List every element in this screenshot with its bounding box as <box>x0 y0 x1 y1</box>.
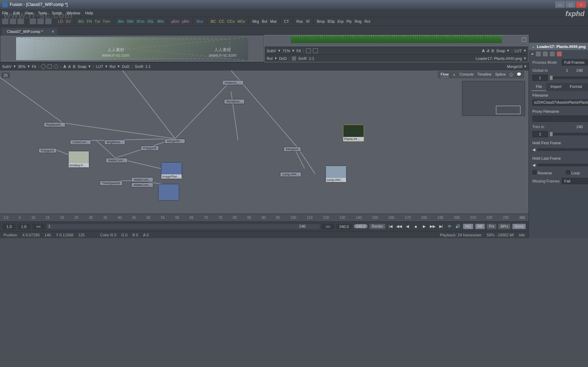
viewer-right[interactable]: SubV ▾ 71% ▾ Fit | AAB Snap ▾ | LUT ▾ <box>264 35 528 62</box>
time-ruler[interactable]: 1.0 5 10 15 20 25 30 35 40 45 50 55 60 6… <box>0 214 528 221</box>
node-colorcorr[interactable]: ColorCorr... <box>70 140 91 145</box>
flow-navigator[interactable] <box>462 81 525 116</box>
node-merge24[interactable]: Merge24 <box>284 147 301 152</box>
node-mattecont3[interactable]: MatteCont... <box>131 182 153 187</box>
lock-icon[interactable] <box>292 56 296 61</box>
vt-fit[interactable]: Fit <box>32 64 36 69</box>
render-button[interactable]: Render <box>370 224 385 229</box>
info-icon[interactable]: ⓘ <box>509 72 513 77</box>
play-icon[interactable]: ▶ <box>421 223 427 230</box>
tb-rng[interactable]: Rng <box>354 19 362 23</box>
node-comp1[interactable]: comp.###... <box>280 172 301 177</box>
node-imageplan[interactable]: ImagePlan... <box>161 162 182 179</box>
tab-flow[interactable]: Flow <box>441 72 449 77</box>
tab-timeline[interactable]: Timeline <box>477 72 491 77</box>
tb-icon-cut[interactable] <box>30 19 36 24</box>
tb-blur[interactable]: Blur <box>196 19 204 23</box>
audio-icon[interactable]: 🔊 <box>455 223 461 230</box>
tb-ccv[interactable]: CCv <box>226 19 235 23</box>
tb-icon-new[interactable] <box>2 19 8 24</box>
pin-icon[interactable]: ▸ <box>532 51 534 56</box>
tool-icon[interactable] <box>313 48 318 53</box>
maximize-button[interactable]: ▢ <box>566 1 575 8</box>
inspector-header[interactable]: ⌄ Loader17: Plants.####.png <box>529 43 588 50</box>
mb-button[interactable]: MB <box>475 224 485 229</box>
tb-ct[interactable]: CT <box>283 19 290 23</box>
stop-icon[interactable]: ■ <box>413 223 419 230</box>
node-polygon3[interactable]: Polygon3 <box>38 148 57 153</box>
vt-lut[interactable]: LUT <box>514 49 522 53</box>
vt-lut[interactable]: LUT <box>96 64 103 69</box>
vt-11[interactable]: 1:1 <box>309 56 314 61</box>
node-plants[interactable]: Plants.##... <box>343 125 364 141</box>
tb-mrg[interactable]: Mrg <box>252 19 260 23</box>
tb-bg[interactable]: BG <box>78 19 85 23</box>
tb-3sh[interactable]: 3Sh <box>126 19 134 23</box>
tab-console[interactable]: Console <box>460 72 474 77</box>
prev-key-icon[interactable]: ◀◀ <box>396 223 402 230</box>
circle-icon[interactable] <box>536 51 541 56</box>
vt-snap[interactable]: Snap <box>496 49 505 53</box>
filename-field[interactable]: is204\Class07\Assets\Plants\Plants.0001.… <box>532 99 588 106</box>
hiq-button[interactable]: HiQ <box>463 224 473 229</box>
tb-rct[interactable]: Rct <box>364 19 371 23</box>
vt-zoom[interactable]: 35% <box>18 64 26 69</box>
missing-frames-dropdown[interactable]: Fail <box>562 178 588 184</box>
vt-subv[interactable]: SubV <box>267 49 276 53</box>
tb-prn[interactable]: pRn <box>181 19 190 23</box>
step-fwd[interactable]: >> <box>322 224 334 229</box>
tb-sv[interactable]: SV <box>65 19 72 23</box>
process-mode-dropdown[interactable]: Full Frames <box>562 59 588 65</box>
node-imageplan-2[interactable] <box>158 184 179 201</box>
node-renderer[interactable]: Renderer... <box>224 99 245 104</box>
vt-subv[interactable]: SubV <box>2 64 12 69</box>
vt-11[interactable]: 1:1 <box>145 64 150 69</box>
vt-smr[interactable]: SmR <box>135 64 143 69</box>
tb-xf[interactable]: Xf <box>305 19 310 23</box>
tb-3rn[interactable]: 3Rn <box>156 19 164 23</box>
reverse-checkbox[interactable] <box>532 170 537 174</box>
tb-rsz[interactable]: Rsz <box>296 19 304 23</box>
document-tab[interactable]: Class07_WIP.comp * × <box>2 28 57 35</box>
tb-icon-paste[interactable] <box>45 19 51 24</box>
tb-bc[interactable]: BC <box>210 19 217 23</box>
vt-roi[interactable]: RoI <box>110 64 115 69</box>
tab-spline[interactable]: Spline <box>495 72 506 77</box>
close-button[interactable]: × <box>576 1 586 8</box>
trim-in-field[interactable]: 1 <box>532 131 548 137</box>
view-toggle-icon[interactable] <box>522 37 526 42</box>
vt-smr[interactable]: SmR <box>298 56 307 61</box>
node-mattecont1[interactable]: MatteCont... <box>106 158 128 163</box>
node-instance[interactable]: Instance_... <box>222 80 244 85</box>
minimize-button[interactable]: — <box>555 1 565 8</box>
rect-icon[interactable] <box>48 64 52 69</box>
vt-snap[interactable]: Snap <box>78 64 87 69</box>
subtab-format[interactable]: Format <box>566 83 586 91</box>
vt-dod[interactable]: DoD <box>279 56 287 61</box>
tb-txt[interactable]: Txt <box>94 19 100 23</box>
loop-checkbox[interactable] <box>566 170 570 174</box>
prx-button[interactable]: Prx <box>487 224 496 229</box>
chevron-down-icon[interactable]: ⌄ <box>532 44 535 49</box>
hold-last-slider[interactable] <box>537 164 588 166</box>
tb-ld[interactable]: LD <box>57 19 64 23</box>
tb-icon-open[interactable] <box>10 19 16 24</box>
tab-close-icon[interactable]: × <box>52 29 54 34</box>
shape-icon[interactable] <box>41 63 47 69</box>
tb-bol[interactable]: Bol <box>261 19 268 23</box>
proxy-filename-field[interactable] <box>532 116 588 122</box>
hold-first-slider[interactable] <box>537 148 588 151</box>
tb-bmp[interactable]: Bmp <box>316 19 326 23</box>
node-replacem[interactable]: ReplaceM... <box>44 122 65 127</box>
subtab-import[interactable]: Import <box>546 83 566 91</box>
tool-icon[interactable] <box>306 48 311 53</box>
tb-3im[interactable]: 3lm <box>117 19 125 23</box>
first-frame-icon[interactable]: |◀ <box>387 223 394 230</box>
aprx-button[interactable]: APrx <box>498 224 510 229</box>
node-timespeed[interactable]: TimeSpeed4 <box>100 181 122 186</box>
tb-erp[interactable]: Erp <box>337 19 344 23</box>
tb-3cm[interactable]: 3Cm <box>136 19 145 23</box>
tb-mat[interactable]: Mat <box>270 19 277 23</box>
time-slider[interactable]: 1 240 <box>47 224 320 229</box>
color-icon[interactable] <box>557 51 562 56</box>
